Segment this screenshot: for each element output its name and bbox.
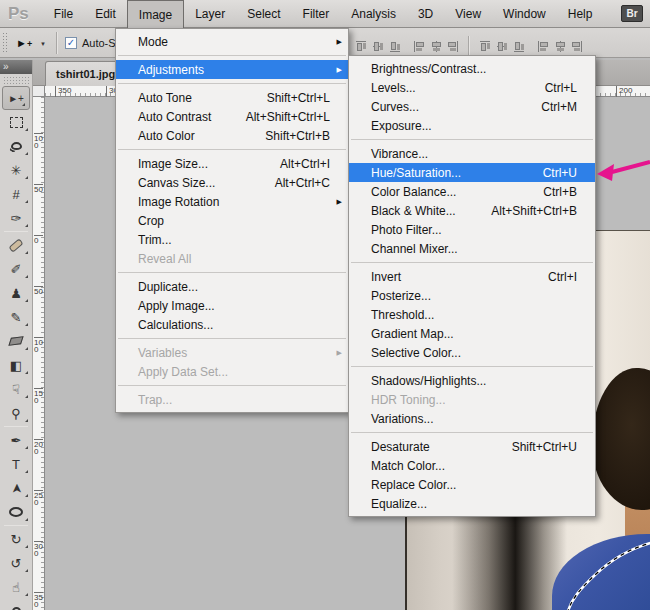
3d-object-rotate-tool[interactable]: ↻ bbox=[0, 527, 32, 551]
current-tool-icon[interactable]: ►+ bbox=[16, 37, 38, 49]
menubar-item-filter[interactable]: Filter bbox=[292, 0, 341, 27]
distribute-left-edges-icon[interactable] bbox=[536, 40, 550, 53]
menu-item-duplicate[interactable]: Duplicate... bbox=[116, 277, 348, 296]
panel-collapse-icon[interactable]: » bbox=[0, 60, 32, 74]
panel-grip[interactable] bbox=[3, 76, 29, 84]
distribute-right-edges-icon[interactable] bbox=[570, 40, 584, 53]
smudge-tool[interactable]: ☟ bbox=[0, 377, 32, 401]
pen-tool[interactable]: ✒ bbox=[0, 428, 32, 452]
align-left-edges-icon[interactable] bbox=[412, 40, 426, 53]
menu-item-exposure[interactable]: Exposure... bbox=[349, 116, 595, 135]
menu-item-photo-filter[interactable]: Photo Filter... bbox=[349, 220, 595, 239]
menu-item-image-size[interactable]: Image Size...Alt+Ctrl+I bbox=[116, 154, 348, 173]
crop-tool[interactable]: # bbox=[0, 182, 32, 206]
quick-selection-tool[interactable]: ✳ bbox=[0, 158, 32, 182]
menu-item-label: Exposure... bbox=[371, 119, 432, 133]
menubar-item-select[interactable]: Select bbox=[236, 0, 291, 27]
zoom-tool[interactable] bbox=[0, 599, 32, 610]
menu-item-variations[interactable]: Variations... bbox=[349, 409, 595, 428]
menu-item-apply-data-set[interactable]: Apply Data Set... bbox=[116, 362, 348, 381]
path-selection-tool[interactable]: ➤ bbox=[0, 476, 32, 500]
brush-tool[interactable]: ✐ bbox=[0, 257, 32, 281]
menu-item-gradient-map[interactable]: Gradient Map... bbox=[349, 324, 595, 343]
menu-item-black-white[interactable]: Black & White...Alt+Shift+Ctrl+B bbox=[349, 201, 595, 220]
options-bar-grip[interactable] bbox=[2, 32, 8, 54]
menubar-item-view[interactable]: View bbox=[444, 0, 492, 27]
menu-item-calculations[interactable]: Calculations... bbox=[116, 315, 348, 334]
menubar-item-image[interactable]: Image bbox=[127, 0, 184, 28]
ellipse-shape-tool[interactable] bbox=[0, 500, 32, 524]
align-top-edges-icon[interactable] bbox=[354, 40, 368, 53]
distribute-bottom-edges-icon[interactable] bbox=[512, 40, 526, 53]
document-tab-title: tshirt01.jpg ( bbox=[56, 68, 122, 80]
menu-item-invert[interactable]: InvertCtrl+I bbox=[349, 267, 595, 286]
type-tool[interactable]: T bbox=[0, 452, 32, 476]
menu-item-trap[interactable]: Trap... bbox=[116, 390, 348, 409]
menubar-item-layer[interactable]: Layer bbox=[184, 0, 236, 27]
distribute-vertical-centers-icon[interactable] bbox=[495, 40, 509, 53]
eyedropper-tool-icon: ✑ bbox=[11, 211, 22, 226]
menu-item-auto-color[interactable]: Auto ColorShift+Ctrl+B bbox=[116, 126, 348, 145]
lasso-tool[interactable] bbox=[0, 134, 32, 158]
3d-camera-rotate-tool[interactable]: ↺ bbox=[0, 551, 32, 575]
auto-select-checkbox[interactable]: ✓ bbox=[65, 37, 77, 49]
spot-healing-brush-tool[interactable] bbox=[0, 233, 32, 257]
move-tool[interactable]: ►+ bbox=[2, 86, 30, 110]
menu-item-variables[interactable]: Variables▶ bbox=[116, 343, 348, 362]
distribute-top-edges-icon[interactable] bbox=[478, 40, 492, 53]
menubar-item-edit[interactable]: Edit bbox=[84, 0, 127, 27]
vertical-ruler: 10050050100150200250300350 bbox=[33, 97, 45, 610]
tool-preset-caret-icon[interactable]: ▼ bbox=[40, 41, 46, 47]
menu-item-curves[interactable]: Curves...Ctrl+M bbox=[349, 97, 595, 116]
menu-item-desaturate[interactable]: DesaturateShift+Ctrl+U bbox=[349, 437, 595, 456]
menubar-item-file[interactable]: File bbox=[43, 0, 84, 27]
menu-item-hdr-toning[interactable]: HDR Toning... bbox=[349, 390, 595, 409]
dodge-tool[interactable]: ⚲ bbox=[0, 401, 32, 425]
menu-item-hue-saturation[interactable]: Hue/Saturation...Ctrl+U bbox=[349, 163, 595, 182]
menu-item-shadows-highlights[interactable]: Shadows/Highlights... bbox=[349, 371, 595, 390]
menu-separator bbox=[118, 149, 346, 150]
menu-item-label: Levels... bbox=[371, 81, 416, 95]
menu-item-crop[interactable]: Crop bbox=[116, 211, 348, 230]
menu-item-auto-tone[interactable]: Auto ToneShift+Ctrl+L bbox=[116, 88, 348, 107]
clone-stamp-tool[interactable]: ♟ bbox=[0, 281, 32, 305]
eraser-tool[interactable] bbox=[0, 329, 32, 353]
align-right-edges-icon[interactable] bbox=[446, 40, 460, 53]
menu-item-apply-image[interactable]: Apply Image... bbox=[116, 296, 348, 315]
menubar-item-help[interactable]: Help bbox=[557, 0, 604, 27]
menu-item-brightness-contrast[interactable]: Brightness/Contrast... bbox=[349, 59, 595, 78]
menubar-item-3d[interactable]: 3D bbox=[407, 0, 444, 27]
distribute-horizontal-centers-icon[interactable] bbox=[553, 40, 567, 53]
history-brush-tool[interactable]: ✎ bbox=[0, 305, 32, 329]
app-button-br[interactable]: Br bbox=[621, 5, 642, 22]
menu-item-posterize[interactable]: Posterize... bbox=[349, 286, 595, 305]
align-vertical-centers-icon[interactable] bbox=[371, 40, 385, 53]
menu-item-color-balance[interactable]: Color Balance...Ctrl+B bbox=[349, 182, 595, 201]
menu-item-equalize[interactable]: Equalize... bbox=[349, 494, 595, 513]
menu-item-trim[interactable]: Trim... bbox=[116, 230, 348, 249]
menu-separator bbox=[118, 55, 346, 56]
menu-item-levels[interactable]: Levels...Ctrl+L bbox=[349, 78, 595, 97]
menubar-item-window[interactable]: Window bbox=[492, 0, 557, 27]
menu-item-selective-color[interactable]: Selective Color... bbox=[349, 343, 595, 362]
menu-item-match-color[interactable]: Match Color... bbox=[349, 456, 595, 475]
align-horizontal-centers-icon[interactable] bbox=[429, 40, 443, 53]
menu-item-threshold[interactable]: Threshold... bbox=[349, 305, 595, 324]
rectangular-marquee-tool[interactable] bbox=[0, 110, 32, 134]
menu-item-canvas-size[interactable]: Canvas Size...Alt+Ctrl+C bbox=[116, 173, 348, 192]
align-bottom-edges-icon[interactable] bbox=[388, 40, 402, 53]
menu-item-replace-color[interactable]: Replace Color... bbox=[349, 475, 595, 494]
gradient-tool[interactable]: ◧ bbox=[0, 353, 32, 377]
menu-item-vibrance[interactable]: Vibrance... bbox=[349, 144, 595, 163]
menu-item-auto-contrast[interactable]: Auto ContrastAlt+Shift+Ctrl+L bbox=[116, 107, 348, 126]
menubar-item-analysis[interactable]: Analysis bbox=[340, 0, 407, 27]
menu-item-adjustments[interactable]: Adjustments▶ bbox=[116, 60, 348, 79]
menu-item-channel-mixer[interactable]: Channel Mixer... bbox=[349, 239, 595, 258]
hand-tool[interactable]: ☝ bbox=[0, 575, 32, 599]
menu-item-reveal-all[interactable]: Reveal All bbox=[116, 249, 348, 268]
eyedropper-tool[interactable]: ✑ bbox=[0, 206, 32, 230]
move-cross-icon: + bbox=[27, 39, 32, 49]
move-tool-icon: ►+ bbox=[8, 93, 24, 104]
menu-item-image-rotation[interactable]: Image Rotation▶ bbox=[116, 192, 348, 211]
menu-item-mode[interactable]: Mode▶ bbox=[116, 32, 348, 51]
